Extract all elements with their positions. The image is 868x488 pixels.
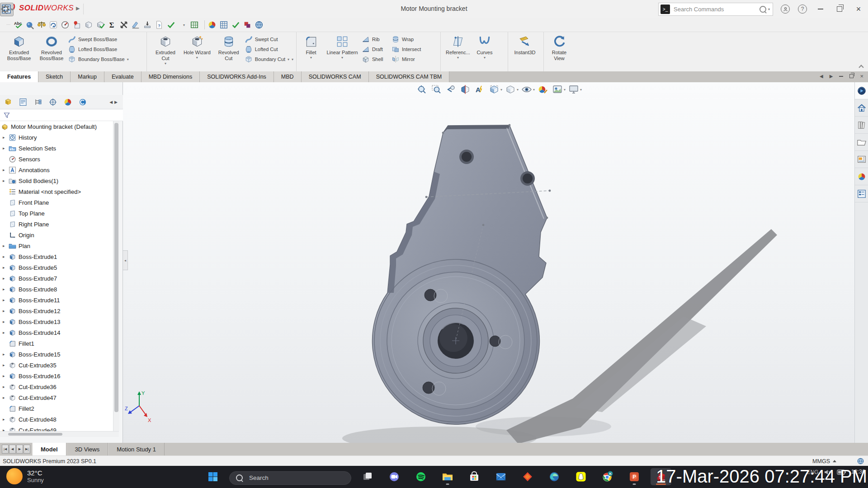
units-selector[interactable]: MMGS: [812, 458, 836, 465]
compare-documents-icon[interactable]: [155, 19, 166, 30]
tree-vertical-scrollbar[interactable]: [113, 121, 119, 431]
equations-icon[interactable]: [108, 19, 119, 30]
expand-caret[interactable]: ▸: [3, 265, 9, 270]
bolt-hole[interactable]: [423, 382, 434, 394]
intersect-button[interactable]: Intersect: [392, 45, 421, 54]
graphics-viewport[interactable]: Y Z X ▾▾▾▾▾ ◂: [123, 82, 854, 443]
tree-horizontal-scrollbar[interactable]: [0, 431, 119, 437]
toolbar-grip[interactable]: ⋮: [6, 23, 11, 27]
extruded-boss-base-button[interactable]: ExtrudedBoss/Base: [3, 34, 35, 61]
first-tab-button[interactable]: |◀: [2, 445, 9, 454]
expand-caret[interactable]: ▸: [3, 363, 9, 367]
document-tab[interactable]: Motion Study 1: [108, 443, 165, 455]
tree-item[interactable]: ▸Cut-Extrude49: [0, 425, 113, 431]
user-account-button[interactable]: [778, 4, 792, 14]
tree-item[interactable]: ▸Solid Bodies(1): [0, 175, 113, 186]
scrollbar-thumb[interactable]: [8, 433, 62, 436]
diamond-app-icon[interactable]: [517, 468, 538, 485]
command-tab[interactable]: MBD: [274, 71, 302, 82]
mesh-icon[interactable]: [219, 19, 231, 30]
section-view-icon[interactable]: [459, 84, 471, 95]
task-view-icon[interactable]: [357, 468, 378, 485]
configurationmanager-tab-icon[interactable]: [33, 97, 43, 108]
design-table-icon[interactable]: [190, 19, 202, 30]
spotify-icon[interactable]: [410, 468, 431, 485]
expand-caret[interactable]: ▸: [3, 298, 9, 302]
lofted-boss-base-button[interactable]: Lofted Boss/Base: [68, 45, 129, 54]
web-globe-icon[interactable]: [255, 19, 266, 30]
view-orientation-icon[interactable]: [488, 84, 500, 95]
expand-caret[interactable]: ▸: [3, 385, 9, 389]
tree-item[interactable]: ▸Boss-Extrude15: [0, 349, 113, 360]
rib-button[interactable]: Rib: [362, 35, 392, 44]
mail-icon[interactable]: [491, 468, 511, 485]
flyout-caret[interactable]: ▾: [310, 56, 312, 60]
expand-caret[interactable]: ▸: [3, 244, 9, 248]
chrome-icon[interactable]: [597, 468, 618, 485]
appearance-ball-icon[interactable]: [208, 19, 219, 30]
extruded-cut-button[interactable]: ExtrudedCut ▾: [150, 34, 181, 66]
caret[interactable]: ▾: [178, 19, 190, 30]
command-tab[interactable]: MBD Dimensions: [142, 71, 200, 82]
apply-scene-icon[interactable]: [552, 84, 563, 95]
expand-caret[interactable]: ▸: [3, 309, 9, 313]
tree-item[interactable]: ▸Boss-Extrude12: [0, 305, 113, 316]
propertymanager-tab-icon[interactable]: [18, 97, 28, 108]
separator[interactable]: [204, 20, 205, 29]
tree-item[interactable]: ▸Boss-Extrude11: [0, 295, 113, 305]
shell-button[interactable]: Shell: [362, 55, 392, 64]
tree-item[interactable]: ▸Boss-Extrude5: [0, 262, 113, 273]
tree-item[interactable]: ▸Boss-Extrude7: [0, 273, 113, 284]
snapchat-icon[interactable]: [571, 468, 591, 485]
command-tab[interactable]: SOLIDWORKS CAM: [302, 71, 369, 82]
bolt-hole[interactable]: [425, 289, 436, 301]
file-explorer-pane-icon[interactable]: [855, 134, 868, 151]
expand-caret[interactable]: ▸: [3, 374, 9, 378]
reference-geometry-button[interactable]: Referenc... ▾: [443, 34, 472, 60]
tree-item[interactable]: ▸Cut-Extrude47: [0, 392, 113, 403]
sensors-tool-icon[interactable]: [72, 19, 84, 30]
displaymanager-tab-icon[interactable]: [62, 97, 73, 108]
help-button[interactable]: ?: [796, 4, 809, 14]
tree-item[interactable]: Front Plane: [0, 197, 113, 208]
status-globe-icon[interactable]: [857, 457, 864, 465]
tree-item[interactable]: ▸Plan: [0, 240, 113, 251]
fillet-button[interactable]: Fillet ▾: [299, 34, 323, 60]
tree-item[interactable]: ▸Annotations: [0, 164, 113, 175]
flyout-caret[interactable]: ▾: [292, 57, 293, 61]
threedexperience-icon[interactable]: [855, 82, 868, 99]
tree-item[interactable]: Fillet1: [0, 338, 113, 349]
scrollbar-thumb[interactable]: [114, 123, 118, 412]
tree-item[interactable]: ▸Boss-Extrude13: [0, 316, 113, 327]
next-document-icon[interactable]: ▶: [830, 74, 833, 79]
zoom-to-fit-icon[interactable]: [416, 84, 428, 95]
draft-button[interactable]: Draft: [362, 45, 392, 54]
command-tab[interactable]: SOLIDWORKS Add-Ins: [200, 71, 274, 82]
display-style-icon[interactable]: [505, 84, 516, 95]
expand-caret[interactable]: ▸: [3, 254, 9, 259]
minimize-button[interactable]: [814, 4, 827, 14]
boundary-cut-button[interactable]: Boundary Cut▾▾: [245, 55, 293, 64]
view-settings-icon[interactable]: [568, 84, 580, 95]
solidworks-resources-icon[interactable]: [855, 99, 868, 117]
boundary-boss-base-button[interactable]: Boundary Boss/Base▾: [68, 55, 129, 64]
draft-analysis-icon[interactable]: [131, 19, 143, 30]
taskbar-search-box[interactable]: Search: [229, 471, 351, 485]
compare-red-icon[interactable]: [243, 19, 255, 30]
design-library-icon[interactable]: [855, 117, 868, 134]
tree-item[interactable]: ▸Boss-Extrude1: [0, 251, 113, 262]
view-palette-icon[interactable]: [855, 151, 868, 168]
expand-caret[interactable]: ▸: [3, 395, 9, 400]
performance-evaluation-icon[interactable]: [61, 19, 72, 30]
revolved-cut-button[interactable]: RevolvedCut: [213, 34, 245, 61]
expand-caret[interactable]: ▸: [3, 168, 9, 172]
spell-check-icon[interactable]: [14, 19, 25, 30]
tree-item[interactable]: ▸Boss-Extrude8: [0, 284, 113, 295]
flyout-caret[interactable]: ▾: [288, 57, 289, 61]
document-close-icon[interactable]: ×: [860, 73, 863, 80]
flyout-caret[interactable]: ▾: [457, 56, 459, 60]
command-search-box[interactable]: >_ Search Commands ▾: [658, 3, 773, 16]
command-tab[interactable]: SOLIDWORKS CAM TBM: [369, 71, 450, 82]
microsoft-store-icon[interactable]: [464, 468, 485, 485]
flyout-caret[interactable]: ▾: [165, 61, 166, 66]
